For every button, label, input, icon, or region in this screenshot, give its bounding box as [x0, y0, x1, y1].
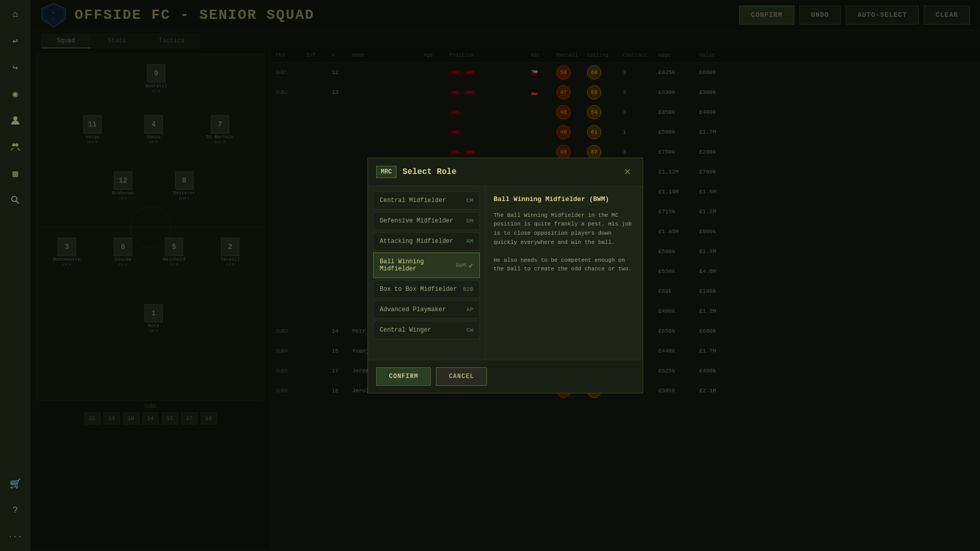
- dialog-header: MRC Select Role ✕: [368, 158, 643, 186]
- role-label-dm: Defensive Midfielder: [380, 217, 453, 224]
- sidebar-item-undo[interactable]: ↩: [7, 33, 23, 49]
- sidebar-item-cart[interactable]: 🛒: [7, 475, 23, 492]
- main-area: ★ ⬡ OFFSIDE FC - SENIOR SQUAD CONFIRM UN…: [31, 0, 980, 551]
- role-code-dm: DM: [467, 218, 473, 224]
- role-label-b2b: Box to Box Midfielder: [380, 286, 457, 293]
- svg-point-2: [15, 143, 18, 146]
- role-item-cw[interactable]: Central Winger CW: [373, 321, 480, 339]
- dialog-body: Central Midfielder CM Defensive Midfield…: [368, 186, 643, 360]
- role-label-cm: Central Midfielder: [380, 197, 446, 204]
- role-code-bwm: BWM ✓: [456, 261, 473, 270]
- role-label-ap: Advanced Playmaker: [380, 306, 446, 313]
- svg-line-4: [16, 201, 19, 204]
- check-icon-bwm: ✓: [469, 261, 473, 270]
- dialog-footer: CONFIRM CANCEL: [368, 360, 643, 393]
- sidebar-item-person[interactable]: [7, 112, 23, 129]
- sidebar-item-search[interactable]: [7, 192, 23, 208]
- role-item-ap[interactable]: Advanced Playmaker AP: [373, 300, 480, 319]
- role-desc-title: Ball Winning Midfielder (BWM): [494, 194, 634, 205]
- role-list: Central Midfielder CM Defensive Midfield…: [368, 186, 485, 360]
- dialog-title: Select Role: [403, 167, 621, 177]
- role-item-cm[interactable]: Central Midfielder CM: [373, 191, 480, 210]
- role-item-b2b[interactable]: Box to Box Midfielder B2B: [373, 280, 480, 298]
- sidebar-item-chart[interactable]: ▦: [7, 165, 23, 182]
- sidebar-item-more[interactable]: ···: [7, 529, 23, 545]
- dialog-cancel-button[interactable]: CANCEL: [436, 367, 486, 386]
- role-description: Ball Winning Midfielder (BWM) The Ball W…: [485, 186, 643, 360]
- role-label-am: Attacking Midfielder: [380, 238, 453, 245]
- role-code-am: AM: [467, 238, 473, 244]
- role-item-dm[interactable]: Defensive Midfielder DM: [373, 212, 480, 230]
- role-code-ap: AP: [467, 307, 473, 313]
- svg-point-1: [12, 143, 15, 146]
- sidebar: ⌂ ↩ ↪ ◉ ▦ 🛒 ? ···: [0, 0, 31, 551]
- role-label-bwm: Ball Winning Midfielder: [380, 258, 456, 272]
- role-desc-body: The Ball Winning Midfielder in the MC po…: [494, 211, 634, 274]
- svg-point-0: [13, 116, 17, 120]
- sidebar-item-question[interactable]: ?: [7, 502, 23, 518]
- role-code-b2b: B2B: [463, 286, 473, 292]
- sidebar-item-team[interactable]: [7, 139, 23, 155]
- svg-point-3: [12, 196, 17, 202]
- sidebar-item-redo[interactable]: ↪: [7, 59, 23, 76]
- sidebar-item-home[interactable]: ⌂: [7, 6, 23, 22]
- dialog-mrc-badge: MRC: [376, 166, 397, 178]
- role-label-cw: Central Winger: [380, 327, 431, 334]
- role-item-bwm[interactable]: Ball Winning Midfielder BWM ✓: [373, 253, 480, 278]
- dialog-close-button[interactable]: ✕: [621, 165, 634, 179]
- role-code-cm: CM: [467, 197, 473, 204]
- role-item-am[interactable]: Attacking Midfielder AM: [373, 232, 480, 251]
- select-role-dialog: MRC Select Role ✕ Central Midfielder CM …: [368, 158, 643, 393]
- dialog-confirm-button[interactable]: CONFIRM: [376, 367, 431, 386]
- role-code-cw: CW: [467, 327, 473, 333]
- sidebar-item-alert[interactable]: ◉: [7, 86, 23, 102]
